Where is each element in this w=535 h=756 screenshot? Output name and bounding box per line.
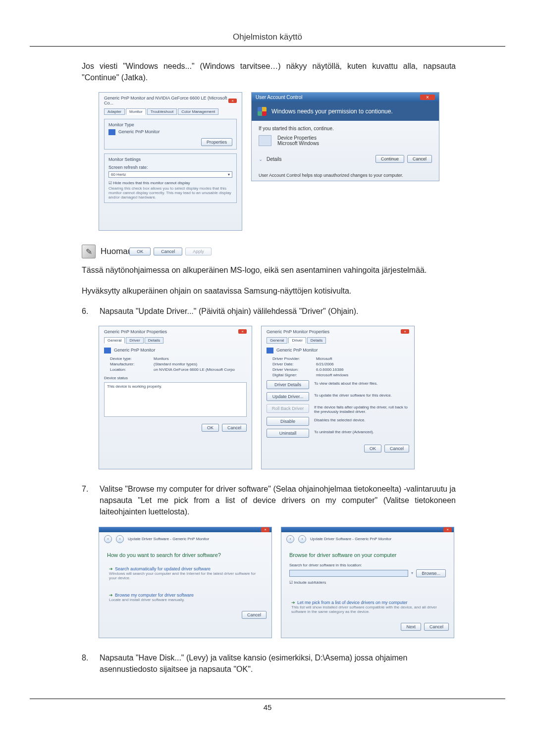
option-auto-search[interactable]: ➔Search automatically for updated driver… bbox=[107, 563, 264, 583]
screenshot-row-2: Generic PnP Monitor Properties × General… bbox=[99, 326, 456, 469]
screenshot-row-1: Generic PnP Monitor and NVIDIA GeForce 6… bbox=[99, 92, 456, 231]
hide-modes-description: Clearing this check box allows you to se… bbox=[108, 186, 232, 200]
page: Ohjelmiston käyttö Jos viesti "Windows n… bbox=[0, 0, 535, 756]
cancel-button[interactable]: Cancel bbox=[407, 155, 432, 163]
intro-paragraph: Jos viesti "Windows needs..." (Windows t… bbox=[82, 60, 456, 83]
page-number: 45 bbox=[30, 703, 505, 711]
forward-icon: › bbox=[116, 535, 124, 543]
close-icon[interactable]: × bbox=[420, 95, 435, 100]
option-browse[interactable]: ➔Browse my computer for driver software … bbox=[107, 589, 264, 605]
tab-details[interactable]: Details bbox=[307, 337, 326, 344]
monitor-icon bbox=[104, 348, 111, 353]
monitor-type-label: Monitor Type bbox=[108, 122, 232, 127]
disable-button[interactable]: Disable bbox=[267, 417, 309, 426]
next-button[interactable]: Next bbox=[401, 623, 421, 631]
wizard-crumb: Update Driver Software - Generic PnP Mon… bbox=[310, 537, 391, 541]
uac-program: Device Properties bbox=[277, 135, 319, 141]
tab-monitor[interactable]: Monitor bbox=[126, 108, 146, 115]
wizard-crumb: Update Driver Software - Generic PnP Mon… bbox=[128, 537, 209, 541]
uninstall-button[interactable]: Uninstall bbox=[267, 429, 309, 438]
shield-icon bbox=[258, 107, 267, 116]
dialog-title: Generic PnP Monitor Properties bbox=[104, 329, 167, 334]
step-number: 6. bbox=[82, 305, 91, 317]
close-icon[interactable]: × bbox=[401, 329, 409, 334]
close-icon[interactable]: × bbox=[261, 527, 269, 532]
content: Jos viesti "Windows needs..." (Windows t… bbox=[30, 60, 505, 675]
back-icon[interactable]: ‹ bbox=[286, 535, 294, 543]
update-driver-wizard-1: × ‹ › Update Driver Software - Generic P… bbox=[99, 527, 272, 638]
divider bbox=[30, 699, 505, 699]
chevron-down-icon[interactable]: ▾ bbox=[411, 571, 413, 575]
device-status-box: This device is working properly. bbox=[104, 382, 247, 417]
tab-details[interactable]: Details bbox=[145, 337, 163, 344]
update-driver-button[interactable]: Update Driver... bbox=[267, 392, 309, 401]
note-paragraph-2: Hyväksytty alkuperäinen ohjain on saatav… bbox=[82, 285, 456, 297]
device-properties-general: Generic PnP Monitor Properties × General… bbox=[99, 326, 252, 469]
dialog-title: Generic PnP Monitor Properties bbox=[267, 329, 329, 334]
uac-title: User Account Control bbox=[256, 95, 303, 100]
chevron-down-icon: ▾ bbox=[228, 172, 230, 177]
ok-button[interactable]: OK bbox=[129, 248, 151, 255]
page-header: Ohjelmiston käyttö bbox=[30, 32, 505, 42]
device-name: Generic PnP Monitor bbox=[276, 348, 318, 353]
tab-adapter[interactable]: Adapter bbox=[104, 108, 125, 115]
ok-button[interactable]: OK bbox=[202, 424, 219, 432]
program-icon bbox=[259, 135, 271, 146]
step-number: 8. bbox=[82, 652, 91, 675]
tab-general[interactable]: General bbox=[267, 337, 287, 344]
step-6: 6. Napsauta "Update Driver..." (Päivitä … bbox=[82, 305, 456, 317]
uac-banner-text: Windows needs your permission to contion… bbox=[271, 108, 393, 115]
step-8: 8. Napsauta "Have Disk..." (Levy) ja val… bbox=[82, 652, 456, 675]
screenshot-row-3: × ‹ › Update Driver Software - Generic P… bbox=[99, 527, 456, 638]
step-number: 7. bbox=[82, 483, 91, 518]
location-input[interactable] bbox=[289, 570, 408, 577]
uac-publisher: Microsoft Windows bbox=[277, 141, 319, 146]
wizard-question: Browse for driver software on your compu… bbox=[289, 552, 446, 558]
browse-button[interactable]: Browse... bbox=[416, 569, 446, 577]
include-subfolders-checkbox[interactable]: ☑ Include subfolders bbox=[289, 580, 446, 585]
tab-troubleshoot[interactable]: Troubleshoot bbox=[147, 108, 177, 115]
device-name: Generic PnP Monitor bbox=[114, 348, 155, 353]
continue-button[interactable]: Continue bbox=[375, 155, 404, 163]
refresh-rate-label: Screen refresh rate: bbox=[108, 165, 232, 170]
step-text: Valitse "Browse my computer for driver s… bbox=[100, 483, 456, 518]
tab-general[interactable]: General bbox=[104, 337, 125, 344]
option-pick-from-list[interactable]: ➔Let me pick from a list of device drive… bbox=[289, 597, 446, 617]
step-7: 7. Valitse "Browse my computer for drive… bbox=[82, 483, 456, 518]
close-icon[interactable]: × bbox=[443, 527, 452, 532]
refresh-rate-select[interactable]: 60 Hertz▾ bbox=[108, 171, 232, 178]
driver-details-button[interactable]: Driver Details bbox=[267, 380, 309, 389]
tab-color-management[interactable]: Color Management bbox=[178, 108, 218, 115]
update-driver-wizard-2: × ‹ › Update Driver Software - Generic P… bbox=[281, 527, 454, 638]
tab-driver[interactable]: Driver bbox=[288, 337, 306, 344]
hide-modes-checkbox[interactable]: ☑ Hide modes that this monitor cannot di… bbox=[108, 181, 232, 185]
close-icon[interactable]: × bbox=[238, 329, 247, 334]
cancel-button[interactable]: Cancel bbox=[222, 424, 247, 432]
note-paragraph-1: Tässä näytönohjaimessa on alkuperäinen M… bbox=[82, 264, 456, 276]
cancel-button[interactable]: Cancel bbox=[242, 611, 267, 619]
close-icon[interactable]: × bbox=[228, 99, 237, 103]
arrow-icon: ➔ bbox=[291, 600, 295, 605]
rollback-driver-button: Roll Back Driver bbox=[267, 404, 309, 413]
wizard-question: How do you want to search for driver sof… bbox=[107, 552, 264, 558]
uac-line1: If you started this action, continue. bbox=[259, 126, 432, 131]
device-status-label: Device status bbox=[104, 376, 247, 380]
cancel-button[interactable]: Cancel bbox=[384, 445, 409, 453]
location-label: Search for driver software in this locat… bbox=[289, 563, 446, 567]
properties-button[interactable]: Properties bbox=[201, 138, 232, 146]
tab-row: Adapter Monitor Troubleshoot Color Manag… bbox=[104, 108, 237, 115]
tab-driver[interactable]: Driver bbox=[126, 337, 143, 344]
monitor-icon bbox=[267, 348, 273, 353]
step-text: Napsauta "Have Disk..." (Levy) ja valits… bbox=[100, 652, 456, 675]
chevron-down-icon[interactable]: ⌄ bbox=[259, 156, 263, 162]
ok-button[interactable]: OK bbox=[364, 445, 381, 453]
step-text: Napsauta "Update Driver..." (Päivitä ohj… bbox=[100, 305, 359, 317]
cancel-button[interactable]: Cancel bbox=[154, 248, 182, 255]
cancel-button[interactable]: Cancel bbox=[424, 623, 449, 631]
uac-dialog: User Account Control × Windows needs you… bbox=[251, 92, 439, 181]
device-properties-driver: Generic PnP Monitor Properties × General… bbox=[261, 326, 415, 469]
monitor-icon bbox=[108, 129, 115, 135]
back-icon[interactable]: ‹ bbox=[104, 535, 112, 543]
uac-details[interactable]: Details bbox=[267, 156, 282, 162]
monitor-settings-label: Monitor Settings bbox=[108, 157, 232, 162]
